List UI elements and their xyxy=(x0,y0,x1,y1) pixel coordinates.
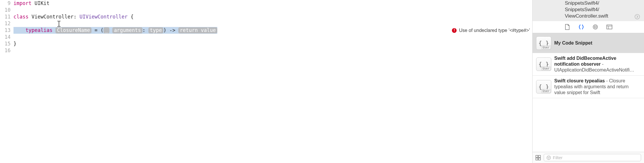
text-cursor-icon xyxy=(57,21,57,27)
svg-rect-8 xyxy=(536,158,538,160)
line-number: 10 xyxy=(0,7,11,13)
file-template-tab-icon[interactable] xyxy=(564,24,570,30)
filter-icon xyxy=(546,155,551,160)
snippet-icon: { }User xyxy=(536,57,551,71)
placeholder-closure-name[interactable]: ClosureName xyxy=(55,27,91,33)
library-tab-bar xyxy=(533,21,644,33)
brace: { xyxy=(128,14,133,20)
snippet-icon: { }User xyxy=(536,80,551,94)
object-library-tab-icon[interactable] xyxy=(592,24,598,30)
placeholder-wildcard[interactable]: _ xyxy=(104,27,109,33)
placeholder-return-value[interactable]: return value xyxy=(178,27,217,33)
breadcrumb-segment: SnippetsSwift4/ xyxy=(565,6,633,13)
filter-field[interactable] xyxy=(544,154,641,161)
utilities-sidebar: SnippetsSwift4/ SnippetsSwift4/ ViewCont… xyxy=(532,0,644,163)
line-number: 16 xyxy=(0,47,11,54)
line-number: 12 xyxy=(0,20,11,27)
keyword-import: import xyxy=(13,0,31,6)
snippet-list: { }User My Code Snippet { }User Swift ad… xyxy=(533,33,644,152)
line-number: 15 xyxy=(0,40,11,47)
class-name: ViewController xyxy=(28,14,74,20)
forward-arrow-icon[interactable] xyxy=(635,14,640,19)
line-number: 14 xyxy=(0,34,11,40)
placeholder-arguments[interactable]: arguments xyxy=(112,27,142,33)
snippet-title: Swift closure typealias xyxy=(554,78,605,83)
punct: : xyxy=(74,14,79,20)
grid-view-icon[interactable] xyxy=(535,155,541,160)
snippet-item-didbecomeactive[interactable]: { }User Swift add DidBecomeActive notifi… xyxy=(533,53,644,76)
brace-close: } xyxy=(13,41,16,47)
error-message: Use of undeclared type '<#type#>' xyxy=(459,27,530,34)
code-line[interactable] xyxy=(13,47,532,54)
code-line[interactable] xyxy=(13,7,532,13)
line-number-gutter: 9 10 11 12 13 14 15 16 xyxy=(0,0,13,163)
breadcrumb-segment: SnippetsSwift4/ xyxy=(565,0,633,6)
code-line[interactable] xyxy=(13,34,532,40)
code-snippet-tab-icon[interactable] xyxy=(578,24,584,30)
line-number: 11 xyxy=(0,13,11,20)
error-icon: ! xyxy=(452,28,457,33)
code-line[interactable] xyxy=(13,20,532,27)
svg-rect-3 xyxy=(607,25,612,29)
svg-point-1 xyxy=(593,25,598,29)
line-number: 9 xyxy=(0,0,11,7)
media-library-tab-icon[interactable] xyxy=(606,24,612,30)
snippet-item-closure-typealias[interactable]: { }User Swift closure typealias - Closur… xyxy=(533,76,644,98)
breadcrumb-segment: ViewController.swift xyxy=(565,13,633,19)
superclass: UIViewController xyxy=(79,14,128,20)
code-text-area[interactable]: import UIKit class ViewController: UIVie… xyxy=(13,0,532,163)
file-breadcrumb[interactable]: SnippetsSwift4/ SnippetsSwift4/ ViewCont… xyxy=(533,0,644,21)
snippet-item-my-code-snippet[interactable]: { }User My Code Snippet xyxy=(533,33,644,53)
code-line[interactable]: class ViewController: UIViewController { xyxy=(13,13,532,20)
svg-point-0 xyxy=(635,14,640,19)
module-name: UIKit xyxy=(31,0,49,6)
filter-bar xyxy=(533,152,644,163)
keyword-class: class xyxy=(13,14,28,20)
filter-input[interactable] xyxy=(553,155,638,160)
code-line[interactable]: } xyxy=(13,40,532,47)
code-editor-pane[interactable]: 9 10 11 12 13 14 15 16 import UIKit clas… xyxy=(0,0,532,163)
line-number: 13 xyxy=(0,27,11,34)
placeholder-type[interactable]: type xyxy=(148,27,163,33)
error-banner[interactable]: ! Use of undeclared type '<#type#>' xyxy=(452,27,532,34)
snippet-title: Swift add DidBecomeActive notification o… xyxy=(554,56,616,67)
svg-rect-7 xyxy=(538,155,540,157)
svg-rect-6 xyxy=(536,155,538,157)
code-line[interactable]: import UIKit xyxy=(13,0,532,7)
svg-rect-2 xyxy=(594,26,596,28)
snippet-icon: { }User xyxy=(536,36,551,50)
snippet-title: My Code Snippet xyxy=(554,40,592,45)
keyword-typealias: typealias xyxy=(26,27,52,33)
svg-rect-9 xyxy=(538,158,540,160)
